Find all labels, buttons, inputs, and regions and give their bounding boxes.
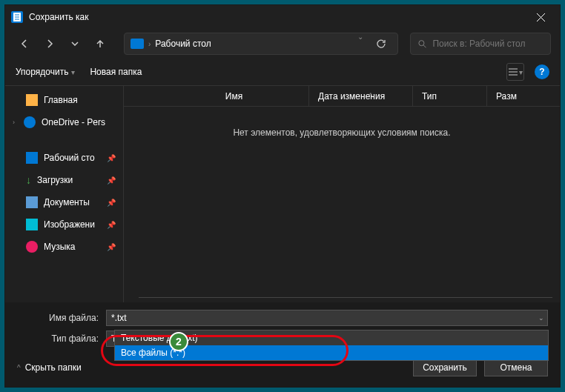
organize-button[interactable]: Упорядочить▾ — [16, 67, 75, 77]
col-date[interactable]: Дата изменения — [309, 86, 413, 106]
search-input[interactable] — [432, 39, 543, 49]
sidebar-item-music[interactable]: Музыка📌 — [5, 236, 123, 258]
refresh-button[interactable] — [371, 33, 391, 55]
filename-input[interactable]: ⌄ — [106, 310, 548, 326]
address-bar[interactable]: ›Рабочий стол ⌄ — [124, 33, 398, 55]
svg-point-6 — [419, 40, 424, 45]
view-button[interactable]: ▾ — [506, 63, 524, 81]
onedrive-icon — [24, 116, 36, 128]
column-headers: Имя^ Дата изменения Тип Разм — [124, 86, 560, 107]
sidebar-item-pictures[interactable]: Изображени📌 — [5, 213, 123, 236]
close-button[interactable] — [527, 7, 554, 27]
annotation-badge: 2 — [169, 332, 188, 351]
notepad-icon — [11, 11, 23, 23]
sidebar: Главная ›OneDrive - Pers Рабочий сто📌 ↓З… — [5, 86, 124, 302]
chevron-down-icon[interactable]: ⌄ — [538, 314, 544, 322]
toolbar: Упорядочить▾ Новая папка ▾ ? — [5, 59, 560, 85]
filetype-label: Тип файла: — [17, 333, 106, 344]
up-button[interactable] — [90, 33, 110, 54]
location-text: Рабочий стол — [155, 39, 211, 49]
pictures-icon — [26, 219, 38, 230]
new-folder-button[interactable]: Новая папка — [90, 67, 142, 77]
desktop-icon — [26, 152, 38, 164]
documents-icon — [26, 196, 38, 208]
chevron-down-icon[interactable]: ⌄ — [357, 33, 363, 55]
save-button[interactable]: Сохранить — [413, 359, 477, 376]
sidebar-item-home[interactable]: Главная — [5, 89, 123, 111]
sidebar-item-documents[interactable]: Документы📌 — [5, 191, 123, 213]
svg-line-7 — [423, 44, 426, 47]
dialog-title: Сохранить как — [29, 12, 88, 22]
pin-icon: 📌 — [107, 154, 116, 162]
back-button[interactable] — [14, 33, 35, 54]
pin-icon: 📌 — [107, 176, 116, 185]
filename-label: Имя файла: — [17, 313, 106, 323]
help-button[interactable]: ? — [535, 64, 549, 79]
col-name[interactable]: Имя^ — [139, 86, 309, 106]
col-type[interactable]: Тип — [413, 86, 487, 106]
hide-folders-button[interactable]: ^Скрыть папки — [17, 362, 82, 373]
pin-icon: 📌 — [107, 221, 116, 229]
recent-button[interactable] — [65, 33, 85, 54]
titlebar: Сохранить как — [5, 5, 560, 29]
pin-icon: 📌 — [107, 199, 116, 207]
sidebar-item-downloads[interactable]: ↓Загрузки📌 — [5, 169, 123, 191]
music-icon — [26, 241, 38, 253]
search-icon — [418, 39, 426, 49]
download-icon: ↓ — [26, 174, 31, 186]
nav-bar: ›Рабочий стол ⌄ — [5, 29, 560, 59]
forward-button[interactable] — [39, 33, 60, 54]
empty-message: Нет элементов, удовлетворяющих условиям … — [124, 107, 560, 297]
col-size[interactable]: Разм — [487, 86, 560, 106]
desktop-icon — [130, 39, 144, 49]
search-box[interactable] — [410, 33, 551, 55]
home-icon — [26, 94, 38, 106]
pin-icon: 📌 — [107, 243, 116, 251]
sidebar-item-onedrive[interactable]: ›OneDrive - Pers — [5, 111, 123, 133]
cancel-button[interactable]: Отмена — [484, 359, 548, 376]
chevron-right-icon: › — [148, 40, 151, 48]
sidebar-item-desktop[interactable]: Рабочий сто📌 — [5, 147, 123, 169]
file-list: Имя^ Дата изменения Тип Разм Нет элемент… — [124, 86, 560, 302]
expand-icon[interactable]: › — [13, 119, 15, 126]
